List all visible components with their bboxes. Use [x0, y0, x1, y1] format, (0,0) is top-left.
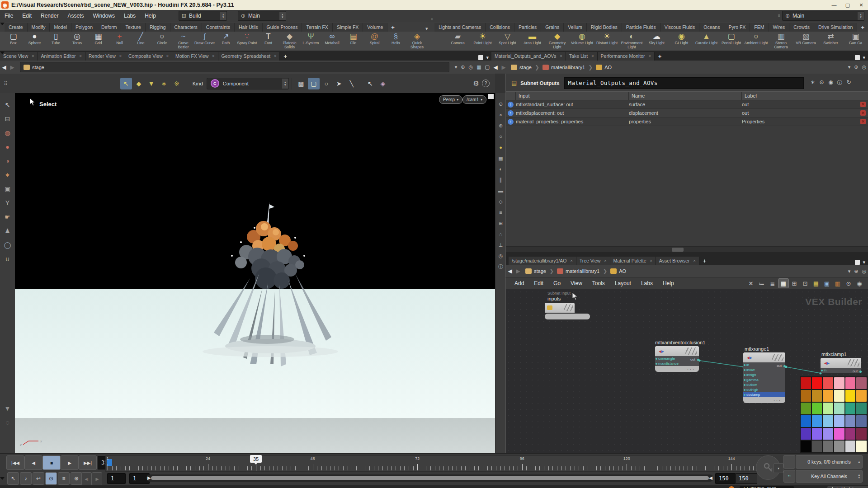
keys-status-button[interactable]: 0 keys, 0/0 channels▴ — [796, 455, 863, 469]
tool-path[interactable]: ↗ Path — [215, 32, 236, 51]
palette-swatch[interactable] — [856, 403, 867, 414]
palette-swatch[interactable] — [856, 390, 867, 402]
eye-icon[interactable]: ◉ — [826, 79, 835, 87]
tool-curve-bezier[interactable]: ~ Curve Bezier — [173, 32, 194, 51]
breadcrumb-materiallibrary[interactable]: materiallibrary1 — [539, 65, 588, 70]
line-select-icon[interactable]: ╲ — [346, 78, 358, 89]
palette-swatch[interactable] — [856, 415, 867, 427]
tool-metaball[interactable]: ∞ Metaball — [321, 32, 343, 51]
node-mtlxambientocclusion1[interactable]: ◄► out coneanglemaxdistance ··· — [655, 346, 699, 372]
undo-behavior-icon[interactable]: ↩ — [33, 472, 44, 485]
page-icon[interactable]: ▢ — [485, 64, 490, 70]
breadcrumb-stage[interactable]: stage — [522, 268, 549, 274]
grip-icon[interactable]: ⠿ — [778, 14, 780, 18]
tool-environment-light[interactable]: ◐ Environment Light — [619, 32, 644, 51]
stop-button[interactable]: ■ — [42, 455, 61, 470]
sculpt-brush-icon[interactable]: ◍ — [2, 127, 13, 138]
new-pane-tab-button[interactable]: + — [655, 52, 665, 61]
node-input-port[interactable]: maxdistance — [655, 361, 699, 366]
radial-menu-selector[interactable]: ⊕ Main ▴▾ — [238, 11, 286, 21]
radar-icon[interactable]: ◎ — [862, 268, 866, 274]
points-display-icon[interactable]: ∴ — [497, 230, 505, 238]
snap-icon[interactable]: ⊙ — [497, 100, 505, 108]
palette-swatch[interactable] — [834, 390, 844, 402]
tool-spiral[interactable]: @ Spiral — [364, 32, 385, 51]
projection-button[interactable]: Persp▾ — [439, 95, 462, 104]
iron-tool-icon[interactable]: ▼ — [2, 403, 13, 414]
tool-area-light[interactable]: ▬ Area Light — [520, 32, 545, 51]
network-editor[interactable]: VEX Builder Subnet Input inputs ··· mtlx… — [505, 289, 868, 453]
auto-key-icon[interactable] — [783, 455, 795, 469]
shelf-tab[interactable]: Crowds — [789, 23, 814, 32]
key-options-dropdown[interactable]: ▾ — [774, 463, 783, 473]
palette-swatch[interactable] — [801, 377, 811, 389]
guide-groom-icon[interactable]: ∗ — [2, 169, 13, 180]
global-start-field[interactable]: 1 — [107, 473, 126, 484]
grid-view-icon[interactable]: ▦ — [778, 279, 788, 288]
tick-marks-icon[interactable]: ≡ — [58, 472, 70, 485]
close-icon[interactable] — [80, 54, 82, 58]
pane-tab[interactable]: Performance Monitor — [598, 52, 655, 61]
shelf-tab[interactable]: Particles — [514, 23, 541, 32]
breadcrumb-ao[interactable]: AO — [607, 268, 629, 274]
palette-swatch[interactable] — [801, 441, 811, 452]
palette-swatch[interactable] — [834, 415, 844, 427]
displacement[interactable]: mtlxdisplacement: out displacement out — [506, 109, 868, 117]
tool-spray-paint[interactable]: ∵ Spray Paint — [236, 32, 258, 51]
remove-row-icon[interactable] — [860, 102, 866, 107]
node-input-port[interactable]: gamma — [743, 377, 785, 382]
surface[interactable]: mtlxstandard_surface: out surface out — [506, 100, 868, 109]
camera-lock-icon[interactable]: ◎ — [497, 252, 505, 259]
palette-swatch[interactable] — [845, 415, 856, 427]
shelf-dropdown-icon[interactable]: ▾ — [425, 26, 428, 32]
paint-brush-icon[interactable]: ● — [2, 141, 13, 152]
palette-swatch[interactable] — [834, 403, 844, 414]
menu-item[interactable]: Labs — [636, 280, 658, 286]
shelf-tab[interactable]: Viscous Fluids — [660, 23, 700, 32]
tool-gan-camera[interactable]: ▣ Gan Ca — [843, 32, 868, 51]
select-arrow-icon[interactable]: ↖ — [2, 99, 13, 110]
add-shelf-tab-button[interactable]: + — [387, 23, 398, 32]
select-objects-icon[interactable]: ◆ — [133, 78, 145, 89]
shelf-tab[interactable]: Terrain FX — [302, 23, 332, 32]
palette-swatch[interactable] — [845, 390, 856, 402]
path-dropdown-icon[interactable]: ▾ — [848, 268, 851, 274]
search-icon[interactable]: ⊙ — [817, 79, 826, 87]
tool-gi-light[interactable]: ◉ GI Light — [669, 32, 694, 51]
tool-font[interactable]: T Font — [258, 32, 279, 51]
tool-null[interactable]: + Null — [109, 32, 130, 51]
diamond-display-icon[interactable]: ◇ — [497, 198, 505, 205]
pane-tab[interactable]: Animation Editor — [38, 52, 85, 61]
forward-icon[interactable]: ▶ — [8, 64, 16, 70]
palette-swatch[interactable] — [812, 403, 822, 414]
menu-item[interactable]: View — [566, 280, 587, 286]
menu-item[interactable]: File — [0, 13, 18, 19]
tool-tube[interactable]: ▯ Tube — [45, 32, 66, 51]
maximize-button[interactable]: ▢ — [841, 2, 854, 8]
range-end-button[interactable]: |▶ — [92, 472, 102, 486]
tool-sky-light[interactable]: ☁ Sky Light — [644, 32, 669, 51]
shelf-tab[interactable]: Texture — [121, 23, 145, 32]
palette-swatch[interactable] — [823, 441, 833, 452]
menu-item[interactable]: Assets — [63, 13, 88, 19]
current-frame-flag[interactable]: 35 — [250, 455, 262, 463]
palette-swatch[interactable] — [856, 441, 867, 452]
tool-volume-light[interactable]: ◍ Volume Light — [570, 32, 594, 51]
close-button[interactable]: ✕ — [854, 2, 868, 8]
breadcrumb-stage[interactable]: stage — [508, 65, 535, 70]
palette-swatch[interactable] — [801, 390, 811, 402]
play-backwards-button[interactable]: ◀ — [24, 455, 42, 470]
tool-line[interactable]: ╱ Line — [130, 32, 151, 51]
pane-tab[interactable]: Material_Outputs_and_AOVs — [491, 52, 566, 61]
shelf-tab[interactable]: Lights and Cameras — [434, 23, 486, 32]
sticky-note-icon[interactable]: ▤ — [811, 279, 821, 288]
viewport-corner-handle[interactable] — [488, 94, 494, 99]
ops-toolbox-icon[interactable]: ⠿ — [4, 80, 8, 87]
menu-item[interactable]: Tools — [587, 280, 610, 286]
new-pane-tab-button[interactable]: + — [699, 257, 710, 265]
palette-swatch[interactable] — [812, 390, 822, 402]
palette-swatch[interactable] — [856, 377, 867, 389]
window-display-icon[interactable]: ⊞ — [497, 220, 505, 227]
pane-tab[interactable]: Composite View — [125, 52, 172, 61]
info-icon[interactable]: ⓘ — [835, 79, 844, 87]
